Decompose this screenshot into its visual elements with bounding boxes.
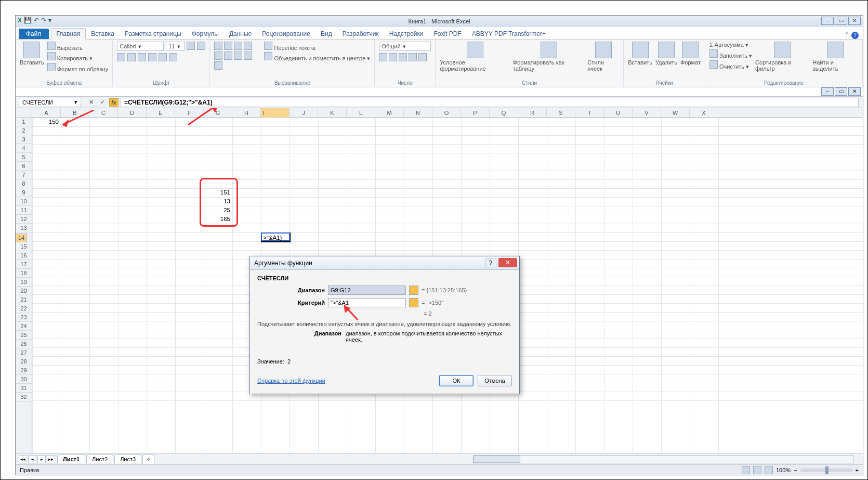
inc-decimal-icon[interactable] [409, 53, 417, 61]
format-table-button[interactable]: Форматировать как таблицу [513, 42, 584, 72]
col-header-S[interactable]: S [547, 108, 575, 117]
col-header-L[interactable]: L [347, 108, 375, 117]
row-header-24[interactable]: 24 [16, 322, 32, 331]
align-bot-icon[interactable] [234, 42, 242, 50]
col-header-N[interactable]: N [404, 108, 432, 117]
italic-icon[interactable] [127, 53, 136, 61]
align-top-icon[interactable] [214, 42, 222, 50]
zoom-slider[interactable] [800, 469, 852, 472]
cancel-formula-icon[interactable]: ✕ [86, 98, 96, 107]
align-mid-icon[interactable] [224, 42, 232, 50]
row-header-19[interactable]: 19 [16, 278, 32, 287]
cancel-button[interactable]: Отмена [478, 375, 512, 386]
enter-formula-icon[interactable]: ✓ [98, 98, 107, 107]
col-header-K[interactable]: K [318, 108, 347, 117]
dialog-titlebar[interactable]: Аргументы функции ? ✕ [250, 256, 519, 270]
zoom-in-button[interactable]: + [856, 467, 859, 473]
col-header-X[interactable]: X [690, 108, 718, 117]
minimize-button[interactable]: – [821, 17, 834, 25]
row-header-26[interactable]: 26 [16, 340, 32, 348]
col-header-H[interactable]: H [232, 108, 261, 117]
align-right-icon[interactable] [224, 51, 232, 60]
tab-review[interactable]: Рецензирование [257, 29, 315, 39]
bold-icon[interactable] [117, 53, 125, 61]
cond-format-button[interactable]: Условное форматирование [440, 42, 509, 72]
row-header-22[interactable]: 22 [16, 304, 32, 313]
chevron-down-icon[interactable]: ▾ [74, 99, 77, 106]
maximize-button[interactable]: ▭ [835, 17, 847, 25]
number-format-select[interactable]: Общий ▾ [379, 42, 431, 51]
sheet-nav-next[interactable]: ▸ [37, 455, 46, 463]
cut-button[interactable]: Вырезать [47, 42, 109, 51]
new-sheet-button[interactable]: ✧ [142, 455, 154, 464]
percent-icon[interactable] [389, 53, 397, 61]
merge-center-button[interactable]: Объединить и поместить в центре ▾ [264, 52, 370, 62]
font-size-select[interactable]: 11 ▾ [166, 42, 185, 51]
ribbon-collapse-icon[interactable]: ˄ [845, 32, 848, 39]
tab-addins[interactable]: Надстройки [384, 29, 429, 39]
view-normal-icon[interactable] [742, 466, 750, 474]
fx-icon[interactable]: fx [109, 98, 119, 107]
sort-filter-button[interactable]: Сортировка и фильтр [755, 42, 809, 72]
row-header-23[interactable]: 23 [16, 313, 32, 322]
row-header-9[interactable]: 9 [16, 188, 32, 197]
close-button[interactable]: ✕ [848, 17, 861, 25]
workbook-min-button[interactable]: – [821, 87, 834, 96]
tab-insert[interactable]: Вставка [86, 29, 120, 39]
arg2-ref-button[interactable] [409, 298, 418, 307]
row-header-2[interactable]: 2 [16, 126, 32, 135]
row-header-28[interactable]: 28 [16, 357, 32, 366]
border-icon[interactable] [148, 53, 156, 61]
workbook-close-button[interactable]: ✕ [848, 87, 861, 96]
col-header-V[interactable]: V [633, 108, 661, 117]
help-icon[interactable]: ? [851, 32, 859, 39]
increase-font-icon[interactable] [187, 42, 195, 50]
wrap-text-button[interactable]: Перенос текста [264, 42, 370, 51]
col-header-O[interactable]: O [432, 108, 461, 117]
find-select-button[interactable]: Найти и выделить [812, 42, 858, 72]
delete-cells-button[interactable]: Удалить [655, 42, 677, 66]
cell-styles-button[interactable]: Стили ячеек [587, 42, 619, 72]
scrollbar-thumb[interactable] [474, 456, 520, 463]
horizontal-scrollbar[interactable] [473, 455, 853, 463]
workbook-max-button[interactable]: ▭ [835, 87, 847, 96]
row-header-14[interactable]: 14 [16, 233, 27, 242]
row-header-12[interactable]: 12 [16, 215, 32, 224]
col-header-Q[interactable]: Q [490, 108, 518, 117]
undo-icon[interactable]: ↶ [34, 17, 39, 24]
format-painter-button[interactable]: Формат по образцу [47, 63, 109, 72]
row-header-30[interactable]: 30 [16, 375, 32, 384]
tab-data[interactable]: Данные [224, 29, 257, 39]
comma-icon[interactable] [399, 53, 407, 61]
dec-decimal-icon[interactable] [418, 53, 427, 61]
arg1-input[interactable] [328, 286, 406, 295]
tab-pagelayout[interactable]: Разметка страницы [120, 29, 187, 39]
col-header-P[interactable]: P [461, 108, 490, 117]
row-header-5[interactable]: 5 [16, 153, 32, 162]
col-header-U[interactable]: U [604, 108, 633, 117]
sheet-nav-last[interactable]: ▸▸ [47, 455, 55, 463]
row-header-3[interactable]: 3 [16, 135, 32, 144]
format-cells-button[interactable]: Формат [680, 42, 701, 66]
row-header-27[interactable]: 27 [16, 348, 32, 357]
sheet-tab-3[interactable]: Лист3 [114, 455, 141, 463]
tab-developer[interactable]: Разработчик [337, 29, 384, 39]
dialog-help-link[interactable]: Справка по этой функции [257, 378, 325, 384]
sheet-nav-first[interactable]: ◂◂ [19, 455, 27, 463]
col-header-D[interactable]: D [118, 108, 147, 117]
autosum-button[interactable]: Σ Автосумма ▾ [709, 42, 752, 48]
row-header-8[interactable]: 8 [16, 179, 32, 188]
sheet-tab-2[interactable]: Лист2 [86, 455, 113, 463]
formula-bar[interactable]: =СЧЁТЕСЛИ(G9:G12;">"&A1) [121, 98, 859, 107]
qat-dropdown-icon[interactable]: ▾ [48, 17, 51, 24]
col-header-J[interactable]: J [290, 108, 318, 117]
arg1-ref-button[interactable] [409, 286, 418, 295]
col-header-I[interactable]: I [261, 108, 290, 118]
row-header-25[interactable]: 25 [16, 331, 32, 340]
indent-inc-icon[interactable] [244, 51, 252, 60]
cell-I14-editing[interactable]: >"&A1) [261, 232, 290, 241]
align-center-icon[interactable] [214, 51, 222, 60]
paste-button[interactable]: Вставить [20, 42, 44, 66]
name-box[interactable]: СЧЁТЕСЛИ▾ [19, 98, 81, 107]
row-header-29[interactable]: 29 [16, 366, 32, 375]
